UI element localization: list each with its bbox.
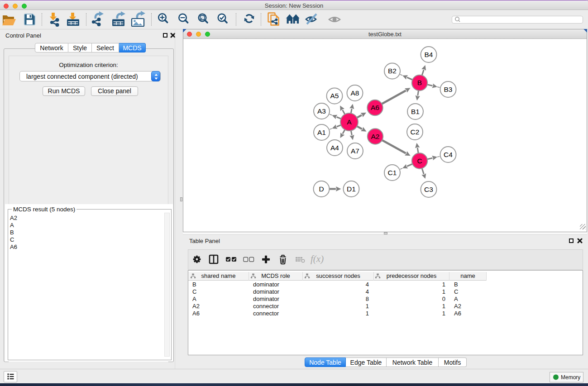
- svg-text:A6: A6: [371, 104, 379, 111]
- svg-text:B3: B3: [444, 86, 453, 93]
- svg-text:C1: C1: [388, 169, 397, 176]
- svg-text:C3: C3: [424, 186, 433, 193]
- svg-text:A8: A8: [351, 89, 359, 97]
- svg-text:B: B: [417, 79, 422, 86]
- svg-text:A1: A1: [317, 129, 326, 136]
- svg-text:A: A: [347, 118, 352, 126]
- svg-text:B2: B2: [388, 67, 397, 75]
- svg-text:A4: A4: [330, 144, 339, 152]
- svg-text:D1: D1: [347, 185, 356, 193]
- svg-text:A7: A7: [351, 147, 359, 155]
- svg-text:A3: A3: [317, 107, 326, 115]
- svg-text:B1: B1: [411, 108, 420, 115]
- svg-text:A5: A5: [330, 92, 339, 100]
- svg-text:C: C: [417, 157, 422, 165]
- svg-text:C4: C4: [444, 151, 453, 158]
- svg-text:D: D: [319, 185, 324, 193]
- svg-text:B4: B4: [425, 51, 433, 58]
- svg-text:A2: A2: [371, 133, 380, 140]
- svg-text:C2: C2: [411, 128, 420, 136]
